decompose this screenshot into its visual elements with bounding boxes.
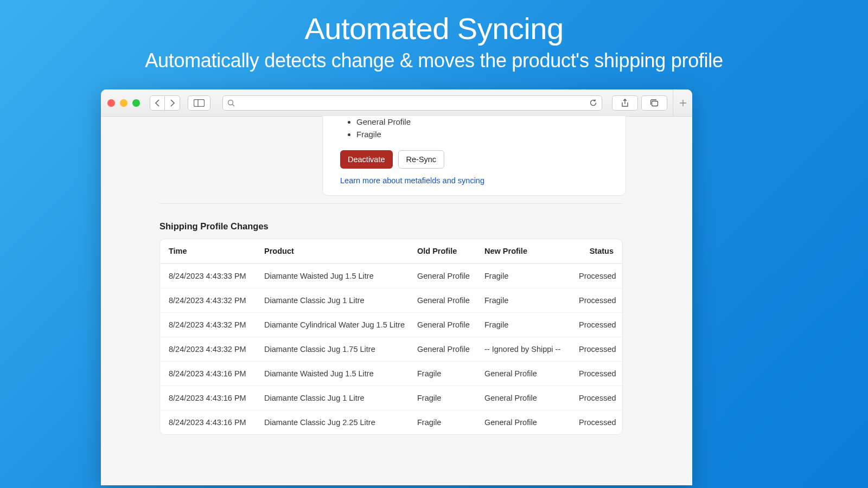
cell-product: Diamante Waisted Jug 1.5 Litre (264, 369, 417, 378)
divider (159, 203, 623, 204)
cell-product: Diamante Classic Jug 1.75 Litre (264, 345, 417, 354)
section-title: Shipping Profile Changes (159, 221, 269, 232)
cell-time: 8/24/2023 4:43:33 PM (169, 272, 264, 280)
maximize-window-icon[interactable] (132, 99, 140, 107)
svg-point-2 (228, 100, 233, 105)
browser-window: General Profile Fragile Deactivate Re-Sy… (101, 89, 692, 485)
cell-status: Processed (579, 272, 616, 280)
cell-old-profile: General Profile (417, 345, 484, 354)
table-row: 8/24/2023 4:43:16 PMDiamante Classic Jug… (160, 386, 622, 410)
toolbar-right (612, 89, 686, 117)
chevron-right-icon (170, 99, 175, 107)
cell-status: Processed (579, 296, 616, 305)
sync-settings-card: General Profile Fragile Deactivate Re-Sy… (322, 115, 626, 196)
hero-title: Automated Syncing (0, 11, 868, 46)
cell-old-profile: Fragile (417, 369, 484, 378)
resync-button[interactable]: Re-Sync (398, 150, 445, 169)
svg-rect-4 (652, 101, 658, 106)
search-icon (227, 99, 235, 107)
cell-old-profile: General Profile (417, 296, 484, 305)
sidebar-icon (194, 99, 205, 107)
share-icon (621, 99, 629, 107)
cell-time: 8/24/2023 4:43:16 PM (169, 369, 264, 378)
forward-button[interactable] (165, 95, 180, 111)
cell-new-profile: Fragile (484, 296, 579, 305)
address-bar[interactable] (222, 95, 602, 111)
chevron-left-icon (155, 99, 160, 107)
tabs-icon (650, 99, 659, 107)
browser-titlebar (101, 89, 692, 117)
table-row: 8/24/2023 4:43:16 PMDiamante Waisted Jug… (160, 361, 622, 386)
page-viewport: General Profile Fragile Deactivate Re-Sy… (101, 117, 692, 485)
cell-old-profile: General Profile (417, 320, 484, 329)
table-header-row: Time Product Old Profile New Profile Sta… (160, 239, 622, 264)
col-old-profile: Old Profile (417, 247, 484, 255)
col-product: Product (264, 247, 417, 255)
reload-icon (589, 99, 597, 107)
list-item: Fragile (356, 129, 616, 141)
tabs-button[interactable] (641, 95, 667, 111)
table-row: 8/24/2023 4:43:32 PMDiamante Classic Jug… (160, 337, 622, 361)
cell-new-profile: Fragile (484, 272, 579, 280)
list-item: General Profile (356, 116, 616, 129)
close-window-icon[interactable] (107, 99, 115, 107)
cell-product: Diamante Cylindrical Water Jug 1.5 Litre (264, 320, 417, 329)
cell-time: 8/24/2023 4:43:32 PM (169, 345, 264, 354)
cell-time: 8/24/2023 4:43:32 PM (169, 320, 264, 329)
sidebar-toggle-button[interactable] (188, 95, 210, 111)
reload-button[interactable] (589, 99, 597, 107)
hero-banner: Automated Syncing Automatically detects … (0, 0, 868, 72)
cell-new-profile: Fragile (484, 320, 579, 329)
cell-time: 8/24/2023 4:43:16 PM (169, 394, 264, 402)
col-new-profile: New Profile (484, 247, 579, 255)
cell-product: Diamante Waisted Jug 1.5 Litre (264, 272, 417, 280)
changes-table: Time Product Old Profile New Profile Sta… (159, 239, 623, 435)
cell-new-profile: General Profile (484, 369, 579, 378)
deactivate-button[interactable]: Deactivate (340, 150, 393, 169)
profile-list: General Profile Fragile (333, 116, 616, 140)
cell-product: Diamante Classic Jug 2.25 Litre (264, 418, 417, 427)
hero-subtitle: Automatically detects change & moves the… (0, 49, 868, 72)
nav-button-group (150, 95, 180, 111)
cell-new-profile: -- Ignored by Shippi -- (484, 345, 579, 354)
cell-status: Processed (579, 345, 616, 354)
cell-old-profile: Fragile (417, 394, 484, 402)
cell-product: Diamante Classic Jug 1 Litre (264, 296, 417, 305)
minimize-window-icon[interactable] (120, 99, 127, 107)
cell-status: Processed (579, 369, 616, 378)
cell-old-profile: Fragile (417, 418, 484, 427)
svg-rect-0 (194, 99, 205, 106)
table-row: 8/24/2023 4:43:32 PMDiamante Cylindrical… (160, 312, 622, 337)
table-row: 8/24/2023 4:43:32 PMDiamante Classic Jug… (160, 288, 622, 312)
cell-new-profile: General Profile (484, 418, 579, 427)
table-row: 8/24/2023 4:43:16 PMDiamante Classic Jug… (160, 410, 622, 434)
cell-new-profile: General Profile (484, 394, 579, 402)
col-time: Time (169, 247, 264, 255)
table-row: 8/24/2023 4:43:33 PMDiamante Waisted Jug… (160, 264, 622, 288)
cell-status: Processed (579, 394, 616, 402)
cell-old-profile: General Profile (417, 272, 484, 280)
plus-icon (679, 99, 687, 107)
cell-time: 8/24/2023 4:43:32 PM (169, 296, 264, 305)
cell-product: Diamante Classic Jug 1 Litre (264, 394, 417, 402)
cell-status: Processed (579, 418, 616, 427)
cell-status: Processed (579, 320, 616, 329)
back-button[interactable] (150, 95, 165, 111)
svg-line-3 (233, 104, 235, 106)
new-tab-button[interactable] (673, 89, 692, 117)
col-status: Status (579, 247, 614, 255)
window-controls (107, 99, 140, 107)
share-button[interactable] (612, 95, 638, 111)
learn-more-link[interactable]: Learn more about metafields and syncing (333, 176, 484, 185)
cell-time: 8/24/2023 4:43:16 PM (169, 418, 264, 427)
